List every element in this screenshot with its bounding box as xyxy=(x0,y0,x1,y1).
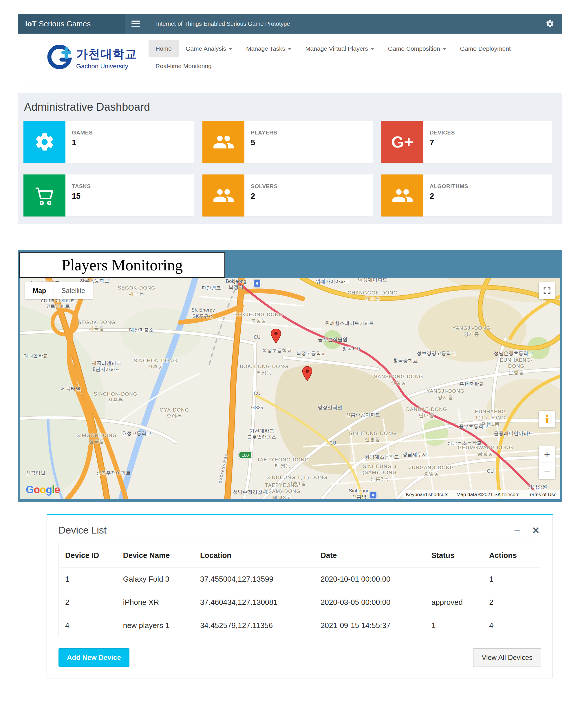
table-cell: 2020-03-05 00:00:00 xyxy=(314,591,425,614)
stat-value: 1 xyxy=(72,138,93,147)
device-list-footer: Add New Device View All Devices xyxy=(47,637,553,678)
table-row: 1Galaxy Fold 337.455004,127.135992020-10… xyxy=(59,568,541,591)
stat-label: TASKS xyxy=(72,183,91,190)
table-header-row: Device ID Device Name Location Date Stat… xyxy=(59,543,541,568)
table-cell: 37.460434,127.130081 xyxy=(194,591,314,614)
stat-card-players[interactable]: PLAYERS 5 xyxy=(203,121,373,163)
map-label: Bokjeong 복정역 xyxy=(226,278,247,291)
page-title: Administrative Dashboard xyxy=(24,101,557,113)
cogs-icon xyxy=(546,19,554,28)
map-label: CU xyxy=(254,334,260,340)
nav-game-composition[interactable]: Game Composition xyxy=(381,40,453,57)
device-table-body: 1Galaxy Fold 337.455004,127.135992020-10… xyxy=(59,568,541,637)
minimize-icon[interactable]: − xyxy=(512,524,522,536)
map-pin-marker[interactable] xyxy=(271,329,281,344)
column-header: Device Name xyxy=(117,543,194,568)
stat-card-solvers[interactable]: SOLVERS 2 xyxy=(203,174,373,216)
nav-game-deployment[interactable]: Game Deployment xyxy=(453,40,518,57)
table-cell: 4 xyxy=(59,614,117,637)
satellite-button[interactable]: Satellite xyxy=(54,282,93,299)
map-label: 대왕파출소 xyxy=(129,327,154,333)
chevron-down-icon xyxy=(443,48,446,50)
nav-home[interactable]: Home xyxy=(149,40,179,57)
map-data-attribution: Map data ©2021 SK telecom xyxy=(456,492,519,498)
view-all-devices-button[interactable]: View All Devices xyxy=(473,648,541,667)
table-cell: 2021-09-15 14:55:37 xyxy=(314,614,425,637)
add-new-device-button[interactable]: Add New Device xyxy=(59,648,130,667)
table-cell: 2020-10-01 00:00:00 xyxy=(314,568,425,591)
fullscreen-button[interactable] xyxy=(539,282,555,299)
players-monitoring-title-text: Players Monitoring xyxy=(62,256,183,274)
map-label: SK Energy SK주유소 xyxy=(192,307,215,319)
station-icon[interactable] xyxy=(369,492,377,499)
map[interactable]: 세곡초등학교자곡초등학교SEGOK-DONG 세곡동파인뱅크Bokjeong 복… xyxy=(20,278,560,499)
map-label: TAEPYEONG-DONG 태평동 xyxy=(257,457,309,469)
table-cell: 1 xyxy=(425,614,483,637)
map-label: SEGOK-DONG 세곡동 xyxy=(118,285,156,297)
device-list-title: Device List xyxy=(59,525,107,536)
map-label: 성남수정경찰서 xyxy=(233,489,267,495)
main-nav: Home Game Analysis Manage Tasks Manage V… xyxy=(149,34,518,83)
table-cell: 1 xyxy=(59,568,117,591)
table-cell: 2 xyxy=(59,591,117,614)
university-logo[interactable]: 가천대학교 Gachon University xyxy=(18,34,149,83)
column-header: Location xyxy=(194,543,314,568)
navbar-title: Internet-of-Things-Enabled Serious Game … xyxy=(146,14,290,34)
map-label: 성남은행초등학교 xyxy=(494,351,533,357)
device-table: Device ID Device Name Location Date Stat… xyxy=(59,543,541,637)
stat-card-devices[interactable]: G+ DEVICES 7 xyxy=(381,121,552,163)
map-label: SINHEUNG 1(IL)-DONG 신흥1동 xyxy=(267,474,327,487)
map-label: 심곡터널 xyxy=(26,470,45,476)
map-label: EUNHAENG 1(IL)-DONG 은행1동 xyxy=(475,409,506,427)
map-label: 성남동초등학교 xyxy=(447,440,482,446)
brand[interactable]: IoT Serious Games xyxy=(18,14,125,34)
stat-cards: GAMES 1 PLAYERS 5 G+ DEVICES 7 xyxy=(23,121,557,216)
map-label: SIMGOK-DONG 심곡동 xyxy=(76,432,117,445)
map-label: 복정고등학교 xyxy=(296,351,326,357)
keyboard-shortcuts-link[interactable]: Keyboard shortcuts xyxy=(406,492,448,498)
google-logo[interactable]: Google xyxy=(26,484,60,496)
brand-rest: Serious Games xyxy=(39,19,91,28)
fullscreen-icon xyxy=(543,286,551,295)
pegman-icon xyxy=(542,414,552,424)
zoom-out-button[interactable]: − xyxy=(539,463,555,479)
table-cell: approved xyxy=(425,591,483,614)
pegman-control[interactable] xyxy=(539,411,555,427)
column-header: Date xyxy=(314,543,425,568)
nav-realtime-monitoring[interactable]: Real-time Monitoring xyxy=(149,57,219,75)
logo-text: 가천대학교 Gachon University xyxy=(76,46,137,70)
map-attribution: Keyboard shortcuts Map data ©2021 SK tel… xyxy=(402,490,560,499)
nav-game-analysis[interactable]: Game Analysis xyxy=(179,40,239,57)
hamburger-menu-button[interactable] xyxy=(125,14,146,34)
map-label: SINCHON-DONG 신촌동 xyxy=(134,358,178,370)
nav-row-2: Real-time Monitoring xyxy=(149,57,518,75)
stat-card-algorithms[interactable]: ALGORITHMS 2 xyxy=(381,174,552,216)
map-label: 희망대초등학교 xyxy=(364,454,399,460)
map-label: 세곡리엔파크 5단지아파트 xyxy=(92,360,121,373)
map-label: 창곡중학교 xyxy=(393,358,418,364)
map-label: 위례힐스테이트아파트 xyxy=(325,320,374,326)
map-label: GS25 xyxy=(251,405,263,411)
stat-card-tasks[interactable]: TASKS 15 xyxy=(23,174,194,216)
map-button[interactable]: Map xyxy=(25,282,54,299)
column-header: Status xyxy=(425,543,483,568)
map-label: 남성대아파트 xyxy=(358,278,387,283)
map-label: 은행중학교 xyxy=(459,381,484,387)
map-label: 신흥주공아파트 xyxy=(346,412,380,418)
map-pin-marker[interactable] xyxy=(302,366,312,382)
nav-manage-tasks[interactable]: Manage Tasks xyxy=(239,40,298,57)
terms-link[interactable]: Terms of Use xyxy=(528,492,557,498)
stat-label: GAMES xyxy=(72,130,93,136)
nav-manage-virtual-players[interactable]: Manage Virtual Players xyxy=(298,40,381,57)
map-label: EUNHAENG-DONG 은행동 xyxy=(494,357,538,376)
map-label: OYA-DONG 오야동 xyxy=(160,407,189,419)
zoom-in-button[interactable]: + xyxy=(539,446,555,463)
map-label: 금광래미안아파트 xyxy=(494,430,533,436)
settings-icon[interactable] xyxy=(546,14,562,34)
map-label: YANGJI-DONG 양지동 xyxy=(453,325,491,338)
table-cell: 34.452579,127.11356 xyxy=(194,614,314,637)
station-icon[interactable] xyxy=(254,280,261,287)
stat-card-games[interactable]: GAMES 1 xyxy=(23,121,194,163)
close-icon[interactable]: × xyxy=(531,524,541,536)
stat-label: PLAYERS xyxy=(251,130,278,136)
